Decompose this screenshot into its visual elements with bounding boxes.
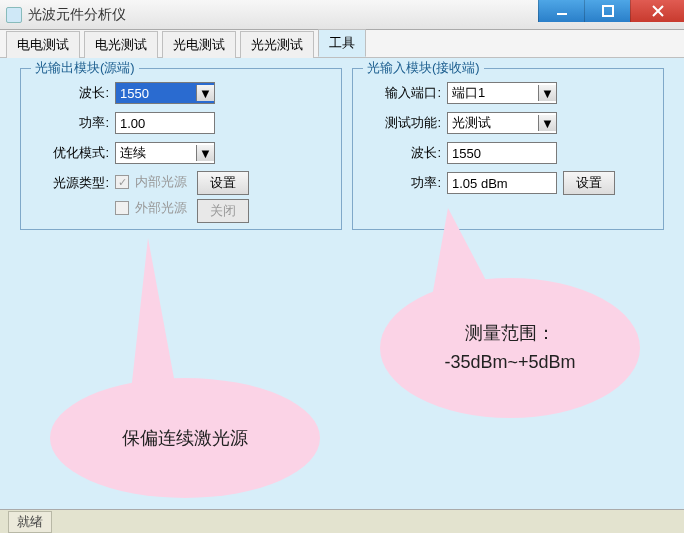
source-internal-option: ✓ 内部光源 xyxy=(115,171,187,193)
tab-oo[interactable]: 光光测试 xyxy=(240,31,314,58)
rx-set-button[interactable]: 设置 xyxy=(563,171,615,195)
group-input-legend: 光输入模块(接收端) xyxy=(363,59,484,77)
func-label: 测试功能: xyxy=(363,114,441,132)
callout-bubble: 保偏连续激光源 xyxy=(50,378,320,498)
minimize-icon xyxy=(556,5,568,17)
wavelength-label: 波长: xyxy=(31,84,109,102)
tab-tools[interactable]: 工具 xyxy=(318,29,366,57)
power-input[interactable] xyxy=(115,112,215,134)
app-icon xyxy=(6,7,22,23)
source-external-label: 外部光源 xyxy=(135,199,187,217)
svg-rect-1 xyxy=(603,6,613,16)
func-select[interactable]: 光测试 ▼ xyxy=(447,112,557,134)
chevron-down-icon: ▼ xyxy=(538,85,556,101)
window-buttons xyxy=(538,0,684,22)
client-area: 光输出模块(源端) 波长: 1550 ▼ 功率: 优化模式: 连续 ▼ xyxy=(0,58,684,509)
maximize-button[interactable] xyxy=(584,0,630,22)
close-button[interactable] xyxy=(630,0,684,22)
tab-bar: 电电测试 电光测试 光电测试 光光测试 工具 xyxy=(0,30,684,58)
port-select[interactable]: 端口1 ▼ xyxy=(447,82,557,104)
source-external-option: 外部光源 xyxy=(115,197,187,219)
source-internal-label: 内部光源 xyxy=(135,173,187,191)
tab-eo[interactable]: 电光测试 xyxy=(84,31,158,58)
status-ready: 就绪 xyxy=(8,511,52,533)
checkbox-checked-icon: ✓ xyxy=(115,175,129,189)
minimize-button[interactable] xyxy=(538,0,584,22)
wavelength-select[interactable]: 1550 ▼ xyxy=(115,82,215,104)
checkbox-icon xyxy=(115,201,129,215)
rx-power-input[interactable] xyxy=(447,172,557,194)
svg-rect-0 xyxy=(557,13,567,15)
tab-ee[interactable]: 电电测试 xyxy=(6,31,80,58)
rx-wavelength-label: 波长: xyxy=(363,144,441,162)
set-button[interactable]: 设置 xyxy=(197,171,249,195)
maximize-icon xyxy=(602,5,614,17)
mode-value: 连续 xyxy=(120,144,146,162)
window-title: 光波元件分析仪 xyxy=(28,6,126,24)
func-value: 光测试 xyxy=(452,114,491,132)
group-output-module: 光输出模块(源端) 波长: 1550 ▼ 功率: 优化模式: 连续 ▼ xyxy=(20,68,342,230)
title-bar: 光波元件分析仪 xyxy=(0,0,684,30)
close-icon xyxy=(652,5,664,17)
group-output-legend: 光输出模块(源端) xyxy=(31,59,139,77)
callout-bubble: 测量范围： -35dBm~+5dBm xyxy=(380,278,640,418)
rx-power-label: 功率: xyxy=(363,174,441,192)
source-type-label: 光源类型: xyxy=(31,171,109,192)
power-label: 功率: xyxy=(31,114,109,132)
chevron-down-icon: ▼ xyxy=(538,115,556,131)
callout-tail xyxy=(128,238,178,418)
wavelength-value: 1550 xyxy=(120,86,149,101)
status-bar: 就绪 xyxy=(0,509,684,533)
tab-oe[interactable]: 光电测试 xyxy=(162,31,236,58)
port-value: 端口1 xyxy=(452,84,485,102)
mode-label: 优化模式: xyxy=(31,144,109,162)
port-label: 输入端口: xyxy=(363,84,441,102)
group-input-module: 光输入模块(接收端) 输入端口: 端口1 ▼ 测试功能: 光测试 ▼ 波长: xyxy=(352,68,664,230)
rx-wavelength-input[interactable] xyxy=(447,142,557,164)
callout-range-line1: 测量范围： xyxy=(465,319,555,348)
chevron-down-icon: ▼ xyxy=(196,145,214,161)
mode-select[interactable]: 连续 ▼ xyxy=(115,142,215,164)
callout-range-line2: -35dBm~+5dBm xyxy=(444,348,575,377)
callout-range: 测量范围： -35dBm~+5dBm xyxy=(360,208,680,458)
close-source-button: 关闭 xyxy=(197,199,249,223)
chevron-down-icon: ▼ xyxy=(196,85,214,101)
callout-laser-source: 保偏连续激光源 xyxy=(40,218,340,528)
callout-laser-text: 保偏连续激光源 xyxy=(122,424,248,453)
